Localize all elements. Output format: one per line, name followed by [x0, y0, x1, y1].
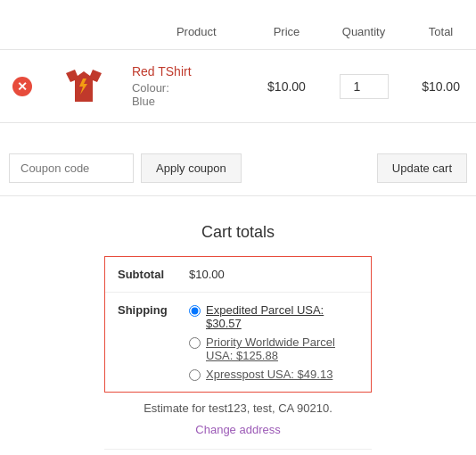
col-total: $10.00: [406, 50, 476, 123]
shipping-label: Shipping: [118, 303, 189, 317]
product-price: $10.00: [267, 79, 306, 94]
estimate-text: Estimate for test123, test, CA 90210.: [104, 393, 372, 418]
totals-box: Subtotal $10.00 Shipping Expedited Parce…: [104, 256, 372, 393]
cart-table: Product Price Quantity Total ✕ Red TShir…: [0, 18, 476, 123]
shipping-options: Expedited Parcel USA: $30.57 Priority Wo…: [189, 303, 358, 381]
col-price: $10.00: [251, 50, 322, 123]
colour-label: Colour:: [132, 81, 169, 95]
change-address-link[interactable]: Change address: [195, 423, 280, 436]
shipping-radio-1[interactable]: [189, 337, 201, 349]
change-address-row: Change address: [104, 418, 372, 449]
col-header-quantity: Quantity: [322, 18, 406, 50]
update-cart-button[interactable]: Update cart: [377, 153, 467, 183]
shipping-option-0: Expedited Parcel USA: $30.57: [189, 303, 358, 330]
shipping-row: Shipping Expedited Parcel USA: $30.57 Pr…: [105, 293, 371, 392]
shipping-option-1: Priority Worldwide Parcel USA: $125.88: [189, 335, 358, 362]
shipping-label-0[interactable]: Expedited Parcel USA: $30.57: [206, 303, 358, 330]
col-header-remove: [0, 18, 45, 50]
shipping-option-2: Xpresspost USA: $49.13: [189, 368, 358, 381]
col-remove: ✕: [0, 50, 45, 123]
subtotal-label: Subtotal: [118, 268, 189, 281]
apply-coupon-button[interactable]: Apply coupon: [141, 153, 242, 183]
shipping-radio-0[interactable]: [189, 305, 201, 317]
shipping-label-2[interactable]: Xpresspost USA: $49.13: [206, 368, 332, 381]
subtotal-row: Subtotal $10.00: [105, 257, 371, 293]
col-header-price: Price: [251, 18, 322, 50]
coupon-left: Apply coupon: [9, 153, 242, 183]
total-final-row: Total $40.57: [104, 449, 372, 455]
product-thumbnail: [62, 62, 106, 107]
col-header-thumbnail: [45, 18, 123, 50]
coupon-input[interactable]: [9, 153, 134, 183]
subtotal-value: $10.00: [189, 268, 358, 281]
cart-totals-section: Cart totals Subtotal $10.00 Shipping Exp…: [104, 223, 372, 455]
product-meta: Colour: Blue: [132, 81, 242, 108]
quantity-input[interactable]: [340, 74, 389, 99]
col-product: Red TShirt Colour: Blue: [123, 50, 251, 123]
col-header-total: Total: [406, 18, 476, 50]
cart-totals-title: Cart totals: [104, 223, 372, 242]
product-total: $10.00: [422, 79, 460, 94]
shipping-label-1[interactable]: Priority Worldwide Parcel USA: $125.88: [206, 335, 358, 362]
colour-value: Blue: [132, 95, 155, 108]
col-quantity: [322, 50, 406, 123]
col-header-product: Product: [123, 18, 251, 50]
product-name-link[interactable]: Red TShirt: [132, 64, 192, 79]
col-thumbnail: [45, 50, 123, 123]
remove-item-button[interactable]: ✕: [12, 77, 32, 96]
table-row: ✕ Red TShirt Colour: Blue $10.00: [0, 50, 476, 123]
shipping-radio-2[interactable]: [189, 369, 201, 381]
coupon-row: Apply coupon Update cart: [0, 141, 476, 196]
